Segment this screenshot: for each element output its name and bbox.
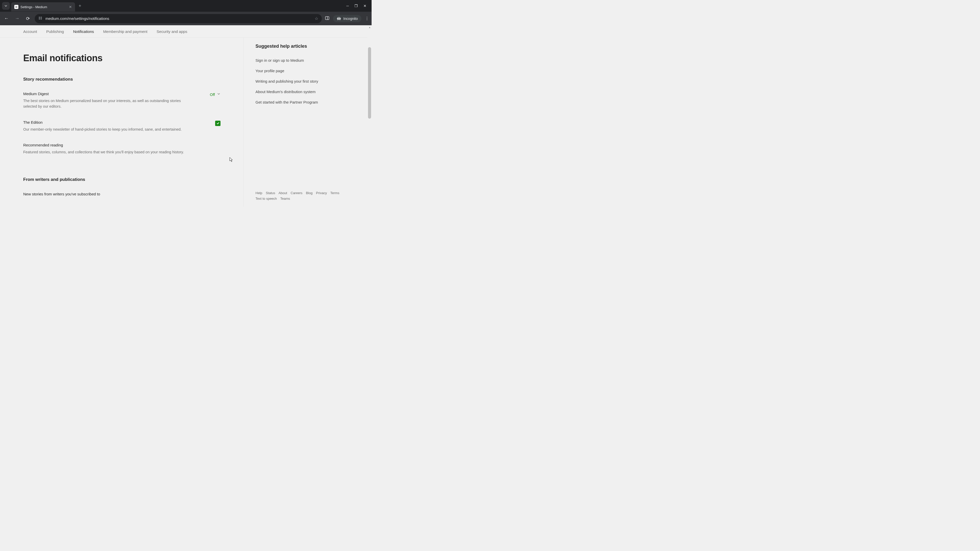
sidebar-heading: Suggested help articles: [256, 44, 351, 49]
recommended-desc: Featured stories, columns, and collectio…: [23, 149, 184, 155]
back-button[interactable]: ←: [3, 16, 10, 21]
sidebar-column: Suggested help articles Sign in or sign …: [244, 38, 361, 206]
digest-value: Off: [210, 92, 215, 97]
help-link-profile[interactable]: Your profile page: [256, 68, 351, 73]
scrollbar[interactable]: ▴: [368, 25, 372, 208]
help-link-signin[interactable]: Sign in or sign up to Medium: [256, 58, 351, 62]
footer-help[interactable]: Help: [256, 191, 262, 195]
close-tab-button[interactable]: ✕: [69, 5, 72, 9]
svg-rect-2: [39, 18, 40, 18]
help-link-partner[interactable]: Get started with the Partner Program: [256, 100, 351, 104]
svg-rect-0: [39, 17, 40, 17]
footer-teams[interactable]: Teams: [280, 197, 290, 200]
site-settings-icon[interactable]: [38, 16, 42, 21]
url-text: medium.com/me/settings/notifications: [45, 16, 109, 21]
tab-security[interactable]: Security and apps: [157, 29, 187, 34]
tab-title: Settings - Medium: [21, 5, 67, 9]
footer-status[interactable]: Status: [266, 191, 275, 195]
footer-careers[interactable]: Careers: [291, 191, 302, 195]
edition-label: The Edition: [23, 120, 182, 124]
main-column: Email notifications Story recommendation…: [0, 38, 244, 206]
medium-favicon-icon: ••: [14, 5, 18, 9]
forward-button[interactable]: →: [13, 16, 21, 21]
help-link-distribution[interactable]: About Medium's distribution system: [256, 89, 351, 94]
minimize-button[interactable]: ─: [346, 4, 349, 8]
checkmark-icon: [216, 121, 220, 125]
edition-desc: Our member-only newsletter of hand-picke…: [23, 127, 182, 132]
footer-links: Help Status About Careers Blog Privacy T…: [256, 190, 351, 202]
tab-account[interactable]: Account: [23, 29, 37, 34]
recommended-label: Recommended reading: [23, 143, 184, 147]
section-story-recommendations: Story recommendations: [23, 77, 243, 82]
new-stories-label: New stories from writers you've subscrib…: [23, 192, 100, 196]
tab-notifications[interactable]: Notifications: [73, 29, 94, 34]
incognito-icon: [337, 17, 341, 21]
page-content: Account Publishing Notifications Members…: [0, 25, 372, 208]
incognito-badge[interactable]: Incognito: [333, 15, 361, 22]
setting-recommended-reading: Recommended reading Featured stories, co…: [23, 143, 243, 155]
footer-about[interactable]: About: [278, 191, 287, 195]
footer-privacy[interactable]: Privacy: [316, 191, 327, 195]
browser-tab-strip: •• Settings - Medium ✕ + ─ ❐ ✕: [0, 0, 372, 12]
browser-tab[interactable]: •• Settings - Medium ✕: [11, 2, 75, 11]
address-bar[interactable]: medium.com/me/settings/notifications ☆: [35, 14, 322, 23]
maximize-button[interactable]: ❐: [355, 4, 358, 8]
tab-membership[interactable]: Membership and payment: [103, 29, 147, 34]
chevron-down-icon: [217, 92, 221, 97]
help-link-writing[interactable]: Writing and publishing your first story: [256, 79, 351, 83]
browser-menu-button[interactable]: ⋮: [365, 16, 369, 21]
setting-medium-digest: Medium Digest The best stories on Medium…: [23, 92, 243, 110]
digest-label: Medium Digest: [23, 92, 186, 96]
digest-dropdown[interactable]: Off: [210, 92, 221, 97]
setting-the-edition: The Edition Our member-only newsletter o…: [23, 120, 243, 132]
scrollbar-thumb[interactable]: [368, 47, 371, 119]
digest-desc: The best stories on Medium personalized …: [23, 98, 186, 110]
footer-terms[interactable]: Terms: [330, 191, 339, 195]
footer-blog[interactable]: Blog: [306, 191, 313, 195]
edition-checkbox[interactable]: [215, 121, 221, 126]
close-window-button[interactable]: ✕: [363, 4, 366, 8]
svg-rect-6: [325, 17, 329, 20]
svg-rect-1: [41, 17, 42, 17]
side-panel-icon[interactable]: [325, 16, 329, 21]
chevron-down-icon: [4, 4, 7, 7]
settings-tab-bar: Account Publishing Notifications Members…: [0, 25, 372, 38]
section-writers-publications: From writers and publications: [23, 177, 243, 182]
setting-new-stories: New stories from writers you've subscrib…: [23, 192, 243, 198]
scroll-up-arrow-icon[interactable]: ▴: [368, 26, 371, 29]
page-title: Email notifications: [23, 53, 243, 64]
bookmark-star-icon[interactable]: ☆: [315, 16, 318, 21]
tab-publishing[interactable]: Publishing: [46, 29, 64, 34]
svg-rect-5: [41, 19, 42, 19]
reload-button[interactable]: ⟳: [24, 16, 32, 21]
svg-rect-3: [41, 18, 42, 18]
new-tab-button[interactable]: +: [79, 3, 81, 9]
svg-rect-4: [39, 19, 40, 19]
window-controls: ─ ❐ ✕: [346, 4, 369, 8]
footer-tts[interactable]: Text to speech: [256, 197, 277, 200]
browser-toolbar: ← → ⟳ medium.com/me/settings/notificatio…: [0, 12, 372, 25]
incognito-label: Incognito: [343, 17, 358, 21]
tab-search-dropdown[interactable]: [2, 2, 10, 10]
